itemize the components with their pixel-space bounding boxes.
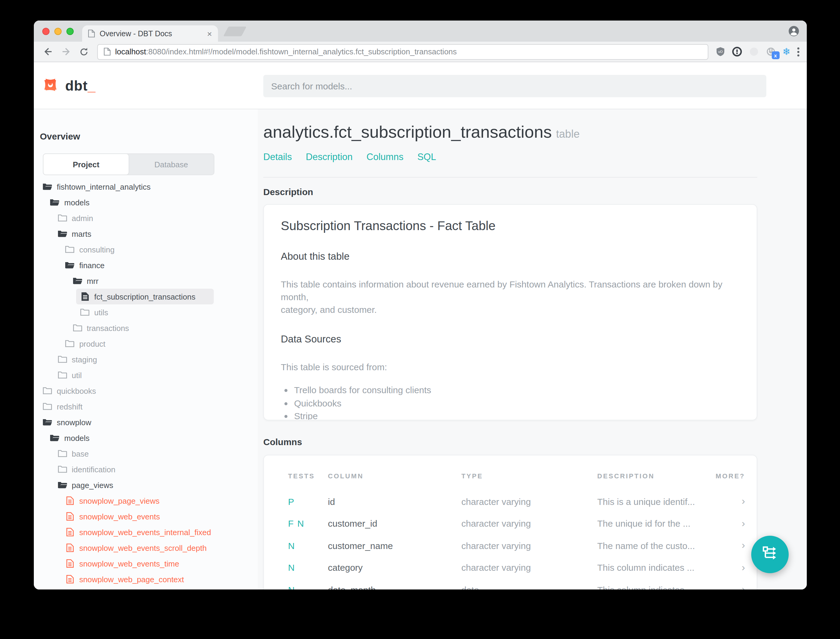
browser-window: Overview - DBT Docs × loca (34, 21, 807, 590)
tree-item-identification[interactable]: identification (34, 461, 258, 477)
nav-link-description[interactable]: Description (306, 152, 353, 162)
tree-item-label: snowplow_page_views (79, 496, 159, 505)
tree-item-transactions[interactable]: transactions (34, 320, 258, 336)
browser-tab[interactable]: Overview - DBT Docs × (82, 25, 218, 42)
browser-profile-icon[interactable] (789, 26, 799, 36)
dbt-logo[interactable]: dbt_ (41, 75, 96, 97)
tree-item-label: utils (94, 308, 108, 317)
tree-item-page_views[interactable]: page_views (34, 477, 258, 493)
browser-toolbar: localhost:8080/index.html#!/model/model.… (34, 42, 807, 62)
cell-tests: N (288, 579, 328, 590)
tree-item-product[interactable]: product (34, 336, 258, 351)
tree-item-marts[interactable]: marts (34, 226, 258, 242)
row-expand-chevron-icon[interactable]: › (716, 490, 754, 512)
cell-cdesc: This is a unique identif... (597, 490, 716, 512)
tree-item-finance[interactable]: finance (34, 257, 258, 273)
tree-item-fishtown_internal_analytics[interactable]: fishtown_internal_analytics (34, 179, 258, 194)
tree-item-label: util (72, 370, 82, 380)
tree-item-staging[interactable]: staging (34, 351, 258, 367)
description-card: Subscription Transactions - Fact Table A… (263, 204, 757, 420)
tree-item-mrr[interactable]: mrr (34, 273, 258, 289)
tree-item-snowplow_web_events[interactable]: snowplow_web_events (34, 509, 258, 524)
cell-ctype: character varying (461, 490, 597, 512)
row-expand-chevron-icon[interactable]: › (716, 556, 754, 579)
browser-tab-strip: Overview - DBT Docs × (34, 21, 807, 42)
sidebar-tab-project[interactable]: Project (43, 154, 129, 175)
row-expand-chevron-icon[interactable]: › (716, 534, 754, 556)
onepassword-icon[interactable] (732, 46, 742, 57)
columns-table: TESTSCOLUMNTYPEDESCRIPTIONMORE?Pidcharac… (288, 472, 732, 590)
cell-tests: F N (288, 512, 328, 534)
ublock-shield-icon[interactable]: uO (715, 46, 725, 57)
cell-colname: id (328, 490, 461, 512)
tree-item-snowplow_web_events_time[interactable]: snowplow_web_events_time (34, 556, 258, 571)
tree-item-consulting[interactable]: consulting (34, 242, 258, 257)
page-favicon-icon (88, 30, 95, 37)
tree-item-snowplow_page_views[interactable]: snowplow_page_views (34, 493, 258, 509)
cell-tests: N (288, 534, 328, 556)
row-expand-chevron-icon[interactable]: › (716, 512, 754, 534)
forward-button[interactable] (59, 45, 73, 59)
extension-icons: uO x ❄ (715, 46, 800, 57)
back-button[interactable] (41, 45, 55, 59)
tree-item-label: snowplow_web_events (79, 512, 160, 521)
minimize-window-button[interactable] (54, 27, 62, 35)
folder-closed-icon (58, 466, 67, 473)
tree-item-snowplow_web_events_internal_fixed[interactable]: snowplow_web_events_internal_fixed (34, 524, 258, 540)
about-paragraph: This table contains information about re… (281, 278, 740, 316)
search-input[interactable] (263, 75, 766, 97)
tree-item-label: quickbooks (57, 386, 96, 395)
tab-close-icon[interactable]: × (207, 29, 212, 38)
tree-item-util[interactable]: util (34, 367, 258, 383)
power-extension-icon[interactable]: x (765, 46, 776, 57)
url-text: localhost:8080/index.html#!/model/model.… (115, 47, 457, 56)
faded-extension-icon[interactable] (748, 46, 759, 57)
new-tab-button[interactable] (223, 27, 246, 36)
tree-item-snowplow_web_events_scroll_depth[interactable]: snowplow_web_events_scroll_depth (34, 540, 258, 556)
lineage-graph-fab[interactable] (751, 536, 789, 573)
tree-item-fct_subscription_transactions[interactable]: fct_subscription_transactions (76, 289, 214, 304)
cell-colname: customer_name (328, 534, 461, 556)
columns-section-label: Columns (263, 437, 302, 447)
about-subheading: About this table (281, 251, 740, 262)
sidebar-overview-link[interactable]: Overview (40, 131, 80, 141)
sources-intro: This table is sourced from: (281, 361, 740, 373)
tree-item-snowplow[interactable]: snowplow (34, 414, 258, 430)
folder-open-icon (58, 482, 67, 489)
tree-item-base[interactable]: base (34, 446, 258, 461)
url-bar[interactable]: localhost:8080/index.html#!/model/model.… (97, 44, 708, 59)
browser-menu-kebab-icon[interactable] (797, 47, 800, 56)
row-expand-chevron-icon[interactable]: › (716, 579, 754, 590)
tree-item-quickbooks[interactable]: quickbooks (34, 383, 258, 399)
tree-item-models[interactable]: models (34, 194, 258, 210)
snowflake-icon[interactable]: ❄ (782, 47, 791, 56)
tree-item-label: snowplow_web_events_time (79, 559, 179, 568)
cell-cdesc: The name of the custo... (597, 534, 716, 556)
tree-item-utils[interactable]: utils (34, 304, 258, 320)
cell-tests: P (288, 490, 328, 512)
folder-closed-icon (65, 340, 74, 347)
column-header-tests: TESTS (288, 472, 328, 490)
folder-closed-icon (58, 215, 67, 222)
url-path: :8080/index.html#!/model/model.fishtown_… (146, 47, 457, 56)
cell-colname: customer_id (328, 512, 461, 534)
tree-item-admin[interactable]: admin (34, 210, 258, 226)
source-list-item: Trello boards for consulting clients (294, 383, 740, 396)
tree-item-models[interactable]: models (34, 430, 258, 446)
app-body: Overview ProjectDatabase fishtown_intern… (34, 109, 807, 590)
sidebar-tab-database[interactable]: Database (129, 154, 214, 175)
nav-link-details[interactable]: Details (263, 152, 292, 162)
tree-item-label: fct_subscription_transactions (94, 292, 195, 301)
tree-item-snowplow_web_page_context[interactable]: snowplow_web_page_context (34, 571, 258, 587)
folder-closed-icon (58, 372, 67, 379)
zoom-window-button[interactable] (67, 27, 74, 35)
reload-button[interactable] (77, 45, 91, 59)
file-outline-icon (65, 512, 74, 521)
tree-item-redshift[interactable]: redshift (34, 399, 258, 414)
model-title: analytics.fct_subscription_transactionst… (263, 122, 580, 142)
close-window-button[interactable] (42, 27, 49, 35)
tree-item-label: product (79, 339, 105, 348)
nav-link-columns[interactable]: Columns (367, 152, 403, 162)
divider (263, 177, 757, 178)
nav-link-sql[interactable]: SQL (417, 152, 436, 162)
